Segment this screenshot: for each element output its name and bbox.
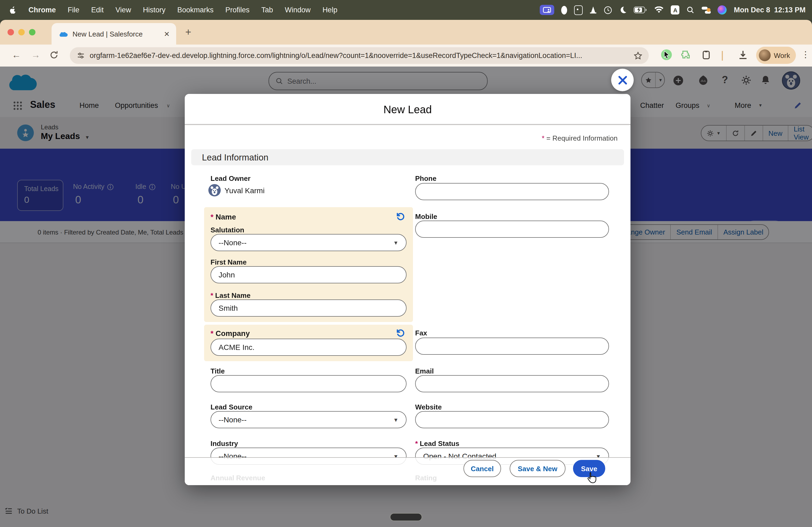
menu-profiles[interactable]: Profiles bbox=[225, 6, 249, 14]
url-text[interactable]: orgfarm-1e62aef6e7-dev-ed.develop.lightn… bbox=[90, 51, 629, 60]
address-bar[interactable]: orgfarm-1e62aef6e7-dev-ed.develop.lightn… bbox=[70, 47, 649, 64]
cursor-extension-icon[interactable] bbox=[661, 49, 672, 61]
company-input[interactable] bbox=[211, 338, 407, 356]
new-tab-button[interactable]: + bbox=[185, 26, 191, 38]
menu-chrome[interactable]: Chrome bbox=[28, 6, 56, 14]
required-info-note: * = Required Information bbox=[541, 134, 618, 142]
menu-tab[interactable]: Tab bbox=[261, 6, 273, 14]
fax-input[interactable] bbox=[415, 337, 609, 355]
title-input[interactable] bbox=[211, 375, 407, 392]
profile-chip[interactable]: Work bbox=[756, 47, 796, 64]
window-zoom-button[interactable] bbox=[29, 29, 35, 35]
modal-header-divider bbox=[185, 124, 630, 125]
do-not-disturb-icon[interactable] bbox=[620, 6, 627, 14]
new-lead-modal: New Lead * = Required Information Lead I… bbox=[185, 94, 630, 485]
name-group-label: * Name bbox=[211, 212, 236, 221]
battery-icon[interactable] bbox=[634, 6, 648, 13]
lead-source-label: Lead Source bbox=[211, 403, 252, 411]
save-and-new-button[interactable]: Save & New bbox=[510, 460, 566, 477]
menu-view[interactable]: View bbox=[115, 6, 131, 14]
undo-icon[interactable] bbox=[396, 211, 405, 221]
last-name-label: * Last Name bbox=[211, 291, 250, 299]
back-icon[interactable]: ← bbox=[12, 50, 21, 61]
close-icon bbox=[617, 75, 627, 85]
name-field-group: * Name Salutation --None--▼ First Name *… bbox=[204, 207, 413, 322]
modal-title: New Lead bbox=[185, 104, 630, 116]
lead-owner-avatar bbox=[208, 184, 221, 196]
screen-recording-icon[interactable] bbox=[540, 5, 554, 15]
reload-icon[interactable] bbox=[49, 50, 59, 60]
email-input[interactable] bbox=[415, 375, 609, 392]
first-name-input[interactable] bbox=[211, 266, 407, 283]
browser-tab[interactable]: New Lead | Salesforce ✕ bbox=[52, 23, 176, 45]
forward-icon[interactable]: → bbox=[31, 50, 40, 61]
apple-menu-icon[interactable] bbox=[9, 5, 17, 15]
toolbar-divider bbox=[722, 51, 723, 61]
menu-help[interactable]: Help bbox=[322, 6, 337, 14]
menu-file[interactable]: File bbox=[68, 6, 79, 14]
profile-name: Work bbox=[774, 51, 790, 59]
site-settings-icon[interactable] bbox=[77, 51, 85, 60]
browser-toolbar: ← → orgfarm-1e62aef6e7-dev-ed.develop.li… bbox=[0, 45, 812, 66]
section-title: Lead Information bbox=[202, 152, 269, 162]
phone-input[interactable] bbox=[415, 183, 609, 200]
menu-edit[interactable]: Edit bbox=[91, 6, 104, 14]
menu-history[interactable]: History bbox=[143, 6, 165, 14]
tab-title: New Lead | Salesforce bbox=[73, 30, 164, 38]
industry-label: Industry bbox=[211, 439, 238, 448]
clipboard-extension-icon[interactable] bbox=[701, 50, 711, 60]
menu-bar-clock[interactable]: Mon Dec 8 12:13 PM bbox=[734, 6, 806, 14]
fax-label: Fax bbox=[415, 329, 427, 337]
control-center-icon[interactable] bbox=[702, 6, 711, 14]
section-lead-information[interactable]: Lead Information bbox=[191, 149, 624, 165]
lead-owner-value: Yuval Karmi bbox=[224, 186, 264, 195]
macos-menu-bar: Chrome File Edit View History Bookmarks … bbox=[0, 0, 812, 20]
lead-owner-label: Lead Owner bbox=[211, 175, 250, 182]
salutation-select[interactable]: --None--▼ bbox=[211, 234, 407, 251]
clock-status-icon[interactable] bbox=[604, 6, 612, 14]
wifi-icon[interactable] bbox=[654, 6, 664, 13]
cancel-button[interactable]: Cancel bbox=[463, 460, 501, 477]
company-label: * Company bbox=[211, 329, 250, 337]
camera-status-icon[interactable] bbox=[562, 6, 567, 14]
window-status-icon[interactable] bbox=[574, 5, 583, 15]
window-minimize-button[interactable] bbox=[18, 29, 25, 35]
company-field-group: * Company bbox=[204, 325, 413, 361]
tab-close-icon[interactable]: ✕ bbox=[164, 30, 170, 38]
profile-avatar bbox=[759, 49, 771, 61]
extensions-puzzle-icon[interactable] bbox=[681, 50, 691, 60]
title-label: Title bbox=[211, 367, 225, 375]
bookmark-star-icon[interactable] bbox=[634, 51, 642, 60]
menu-window[interactable]: Window bbox=[285, 6, 311, 14]
menu-bookmarks[interactable]: Bookmarks bbox=[177, 6, 214, 14]
spotlight-icon[interactable] bbox=[686, 6, 695, 14]
drag-handle[interactable] bbox=[390, 513, 422, 521]
browser-tab-strip: New Lead | Salesforce ✕ + bbox=[0, 20, 812, 45]
modal-close-button[interactable] bbox=[611, 69, 634, 91]
window-close-button[interactable] bbox=[8, 29, 14, 35]
website-input[interactable] bbox=[415, 411, 609, 428]
assistant-icon[interactable] bbox=[718, 5, 727, 15]
browser-menu-icon[interactable]: ⋮ bbox=[801, 49, 810, 60]
salesforce-favicon bbox=[59, 31, 68, 37]
mobile-input[interactable] bbox=[415, 221, 609, 238]
lead-source-select[interactable]: --None--▼ bbox=[211, 411, 407, 428]
phone-label: Phone bbox=[415, 175, 436, 182]
mobile-label: Mobile bbox=[415, 212, 437, 221]
first-name-label: First Name bbox=[211, 258, 246, 266]
salutation-label: Salutation bbox=[211, 226, 244, 234]
email-label: Email bbox=[415, 367, 434, 375]
website-label: Website bbox=[415, 403, 442, 411]
mouse-cursor-hand bbox=[585, 471, 598, 485]
cone-status-icon[interactable] bbox=[590, 6, 597, 14]
last-name-input[interactable] bbox=[211, 299, 407, 317]
input-source-icon[interactable]: A bbox=[671, 5, 680, 15]
lead-status-label: * Lead Status bbox=[415, 439, 460, 448]
download-icon[interactable] bbox=[738, 50, 748, 60]
undo-icon[interactable] bbox=[396, 328, 405, 337]
